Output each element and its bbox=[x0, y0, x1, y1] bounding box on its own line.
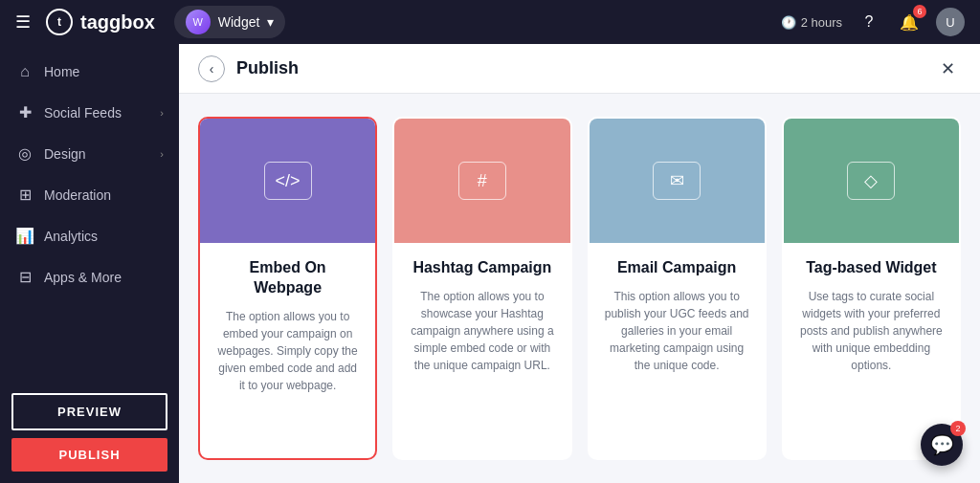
sidebar: ⌂ Home ✚ Social Feeds › ◎ Design › ⊞ Mod… bbox=[0, 44, 179, 483]
hashtag-icon-box: # bbox=[458, 162, 506, 200]
chat-badge: 2 bbox=[950, 421, 966, 436]
sidebar-item-design[interactable]: ◎ Design › bbox=[0, 133, 179, 174]
hashtag-icon: # bbox=[478, 171, 487, 191]
chat-icon: 💬 bbox=[930, 433, 954, 456]
sidebar-item-label: Apps & More bbox=[44, 270, 164, 285]
time-display: 🕐 2 hours bbox=[781, 15, 842, 30]
analytics-icon: 📊 bbox=[15, 227, 34, 245]
card-hashtag-title: Hashtag Campaign bbox=[410, 258, 554, 278]
logo-text: taggbox bbox=[80, 11, 155, 33]
card-hashtag-image: # bbox=[394, 119, 569, 243]
widget-selector[interactable]: W Widget ▾ bbox=[174, 6, 286, 38]
clock-icon: 🕐 bbox=[781, 15, 796, 30]
email-icon-box: ✉ bbox=[653, 162, 701, 200]
moderation-icon: ⊞ bbox=[15, 186, 34, 204]
card-embed-body: Embed On Webpage The option allows you t… bbox=[200, 243, 375, 458]
sidebar-item-label: Analytics bbox=[44, 229, 164, 244]
app-header: ☰ t taggbox W Widget ▾ 🕐 2 hours ? 🔔 6 U bbox=[0, 0, 980, 44]
user-avatar[interactable]: U bbox=[936, 8, 965, 36]
sidebar-item-label: Social Feeds bbox=[44, 105, 150, 121]
embed-icon-box: </> bbox=[264, 162, 312, 200]
page-title: Publish bbox=[236, 58, 923, 78]
sidebar-item-label: Home bbox=[44, 64, 164, 79]
card-embed-title: Embed On Webpage bbox=[215, 258, 360, 298]
sidebar-item-social-feeds[interactable]: ✚ Social Feeds › bbox=[0, 92, 179, 133]
cards-grid: </> Embed On Webpage The option allows y… bbox=[179, 94, 980, 483]
sidebar-item-analytics[interactable]: 📊 Analytics bbox=[0, 215, 179, 256]
sidebar-nav: ⌂ Home ✚ Social Feeds › ◎ Design › ⊞ Mod… bbox=[0, 44, 179, 382]
sidebar-item-label: Moderation bbox=[44, 187, 164, 203]
card-email-title: Email Campaign bbox=[605, 258, 749, 278]
help-icon: ? bbox=[865, 13, 874, 31]
header-right: 🕐 2 hours ? 🔔 6 U bbox=[781, 8, 965, 36]
chevron-right-icon: › bbox=[160, 148, 164, 160]
tag-icon-box: ◇ bbox=[847, 162, 895, 200]
design-icon: ◎ bbox=[15, 144, 34, 163]
sidebar-item-home[interactable]: ⌂ Home bbox=[0, 52, 179, 92]
card-tag-widget[interactable]: ◇ Tag-based Widget Use tags to curate so… bbox=[782, 117, 961, 460]
card-email-body: Email Campaign This option allows you to… bbox=[590, 243, 765, 458]
help-button[interactable]: ? bbox=[856, 9, 882, 35]
card-tag-desc: Use tags to curate social widgets with y… bbox=[799, 288, 944, 374]
preview-button[interactable]: PREVIEW bbox=[11, 393, 167, 430]
notification-badge: 6 bbox=[913, 5, 926, 18]
close-button[interactable]: ✕ bbox=[934, 55, 961, 82]
sidebar-item-moderation[interactable]: ⊞ Moderation bbox=[0, 174, 179, 215]
card-email-image: ✉ bbox=[590, 119, 765, 243]
time-label: 2 hours bbox=[801, 15, 842, 30]
notification-button[interactable]: 🔔 6 bbox=[896, 9, 923, 35]
user-initial: U bbox=[946, 15, 954, 30]
tag-icon: ◇ bbox=[864, 170, 878, 191]
card-embed[interactable]: </> Embed On Webpage The option allows y… bbox=[198, 117, 377, 460]
hamburger-icon[interactable]: ☰ bbox=[15, 11, 31, 33]
code-icon: </> bbox=[276, 171, 301, 191]
card-tag-title: Tag-based Widget bbox=[799, 258, 944, 278]
card-hashtag[interactable]: # Hashtag Campaign The option allows you… bbox=[392, 117, 571, 460]
card-embed-desc: The option allows you to embed your camp… bbox=[215, 308, 360, 394]
card-hashtag-desc: The option allows you to showcase your H… bbox=[410, 288, 554, 374]
sidebar-item-apps-more[interactable]: ⊟ Apps & More bbox=[0, 256, 179, 297]
card-email-desc: This option allows you to publish your U… bbox=[605, 288, 749, 374]
email-icon: ✉ bbox=[670, 170, 684, 191]
home-icon: ⌂ bbox=[15, 63, 34, 80]
social-feeds-icon: ✚ bbox=[15, 103, 34, 121]
publish-button[interactable]: PUBLISH bbox=[11, 438, 167, 472]
card-email[interactable]: ✉ Email Campaign This option allows you … bbox=[588, 117, 767, 460]
content-area: ‹ Publish ✕ </> Embed On Webpage The opt… bbox=[179, 44, 980, 483]
back-button[interactable]: ‹ bbox=[198, 55, 225, 82]
widget-label: Widget bbox=[218, 14, 260, 30]
close-icon: ✕ bbox=[941, 58, 955, 79]
widget-dropdown-arrow: ▾ bbox=[267, 14, 274, 30]
card-tag-image: ◇ bbox=[784, 119, 959, 243]
chevron-right-icon: › bbox=[160, 107, 164, 119]
card-embed-image: </> bbox=[200, 119, 375, 243]
logo-icon: t bbox=[46, 9, 73, 35]
logo: t taggbox bbox=[46, 9, 155, 35]
sidebar-item-label: Design bbox=[44, 146, 150, 162]
main-layout: ⌂ Home ✚ Social Feeds › ◎ Design › ⊞ Mod… bbox=[0, 44, 980, 483]
widget-avatar: W bbox=[186, 10, 211, 34]
back-icon: ‹ bbox=[210, 61, 214, 77]
publish-header: ‹ Publish ✕ bbox=[179, 44, 980, 94]
sidebar-bottom: PREVIEW PUBLISH bbox=[0, 382, 179, 483]
apps-icon: ⊟ bbox=[15, 268, 34, 286]
card-hashtag-body: Hashtag Campaign The option allows you t… bbox=[394, 243, 569, 458]
chat-bubble[interactable]: 💬 2 bbox=[921, 424, 963, 466]
